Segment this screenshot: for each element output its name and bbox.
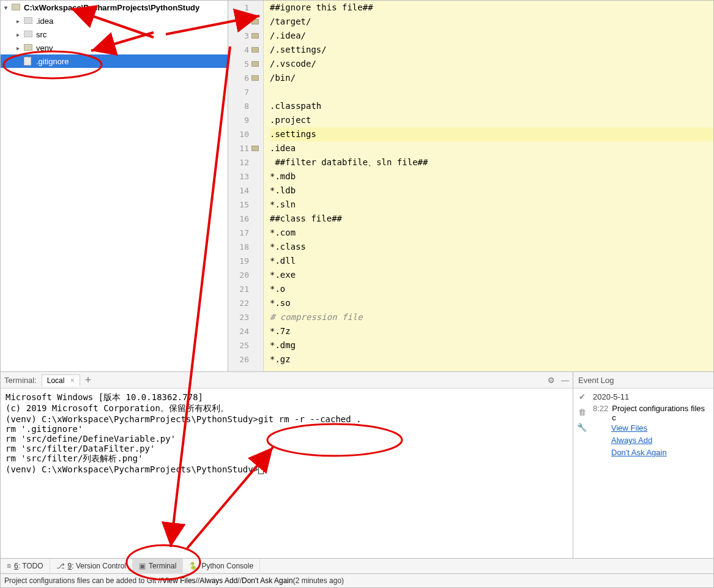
code-line[interactable]: *.7z [270,324,713,338]
code-line[interactable]: *.exe [270,268,713,282]
chevron-right-icon[interactable]: ▸ [17,18,24,24]
folder-icon [24,17,32,24]
terminal-panel: Terminal: Local × + ⚙ — Microsoft Window… [1,372,573,558]
terminal-line: (venv) C:\xWorkspace\PycharmProjects\Pyt… [6,414,568,424]
tree-item-gitignore[interactable]: .gitignore [1,54,228,68]
check-icon[interactable]: ✔ [579,392,586,401]
toolwindow-tab-6todo[interactable]: ≡6: TODO [1,559,50,574]
chevron-down-icon[interactable]: ▾ [4,4,12,11]
event-log-link[interactable]: Don't Ask Again [611,447,711,459]
code-line[interactable]: # compression file [270,310,713,324]
code-line[interactable]: /target/ [270,15,713,29]
folder-icon [251,75,259,81]
add-terminal-button[interactable]: + [85,374,92,385]
file-icon [24,57,31,65]
code-line[interactable]: *.o [270,282,713,296]
code-line[interactable]: *.so [270,296,713,310]
terminal-line: rm 'src/filter/列表解析.png' [6,453,568,464]
tree-item-venv[interactable]: ▸venv [1,41,228,54]
code-line[interactable]: /.idea/ [270,29,713,43]
minimize-icon[interactable]: — [561,376,569,385]
code-line[interactable]: *.class [270,240,713,254]
terminal-line: rm '.gitignore' [6,424,568,434]
code-line[interactable]: .project [270,113,713,127]
status-link-dont-ask[interactable]: Don't Ask Again [242,576,293,585]
event-log-date: 2020-5-11 [593,392,711,401]
editor-code-area[interactable]: ##ignore this file##/target//.idea//.set… [264,1,713,371]
close-icon[interactable]: × [70,376,75,385]
event-log-toolbar: ✔ 🗑 🔧 [573,389,590,558]
folder-icon [251,146,259,151]
toolwindow-tab-terminal[interactable]: ▣Terminal [133,559,183,574]
trash-icon[interactable]: 🗑 [578,408,586,417]
code-line[interactable]: ##class file## [270,212,713,226]
code-editor[interactable]: 1234567891011121314151617181920212223242… [228,1,713,371]
code-line[interactable] [270,85,713,99]
code-line[interactable]: /bin/ [270,71,713,85]
terminal-line: rm 'src/define/DefineVariable.py' [6,434,568,444]
folder-icon [251,61,259,67]
terminal-tab-local[interactable]: Local × [42,374,80,386]
code-line[interactable]: *.mdb [270,169,713,184]
code-line[interactable]: ##filter databfile、sln file## [270,155,713,169]
code-line[interactable]: .settings [270,127,713,141]
event-log-panel: Event Log ✔ 🗑 🔧 2020-5-11 8:22 Project c… [573,372,713,558]
gear-icon[interactable]: ⚙ [548,376,555,385]
code-line[interactable]: *.ldb [270,184,713,198]
editor-gutter[interactable]: 1234567891011121314151617181920212223242… [228,1,264,371]
folder-icon [12,4,20,10]
event-log-link[interactable]: View Files [611,422,711,434]
status-link-view-files[interactable]: View Files [162,576,195,585]
bottom-tool-strip: ≡6: TODO⎇9: Version Control▣Terminal🐍Pyt… [1,559,713,574]
folder-icon [251,33,259,39]
code-line[interactable]: *.sln [270,198,713,212]
code-line[interactable]: *.gz [270,352,713,367]
code-line[interactable]: *.dll [270,254,713,268]
terminal-line: rm 'src/filter/DataFilter.py' [6,444,568,453]
project-sidebar[interactable]: ▾ C:\xWorkspace\PycharmProjects\PythonSt… [1,1,228,371]
code-line[interactable]: .classpath [270,99,713,113]
folder-icon [24,31,32,37]
code-line[interactable]: /.settings/ [270,43,713,57]
status-bar: Project configurations files can be adde… [1,574,713,587]
tree-item-idea[interactable]: ▸.idea [1,14,228,28]
code-line[interactable]: .idea [270,141,713,155]
project-root-label: C:\xWorkspace\PycharmProjects\PythonStud… [24,3,199,12]
project-root-row[interactable]: ▾ C:\xWorkspace\PycharmProjects\PythonSt… [1,1,228,14]
code-line[interactable]: *.com [270,226,713,240]
event-log-title: Event Log [573,372,713,389]
code-line[interactable]: /.vscode/ [270,57,713,71]
event-log-time: 8:22 [593,404,608,422]
folder-icon [251,19,259,24]
terminal-line: Microsoft Windows [版本 10.0.18362.778] [6,392,568,403]
terminal-title: Terminal: [4,376,37,385]
terminal-cursor [258,464,264,474]
folder-icon [24,44,32,51]
terminal-header: Terminal: Local × + ⚙ — [1,372,573,389]
folder-icon [251,47,259,53]
chevron-right-icon[interactable]: ▸ [17,45,24,51]
event-log-link[interactable]: Always Add [611,434,711,447]
chevron-right-icon[interactable]: ▸ [17,31,24,38]
terminal-line: (venv) C:\xWorkspace\PycharmProjects\Pyt… [6,464,568,474]
tree-item-src[interactable]: ▸src [1,28,228,41]
toolwindow-tab-pythonconsole[interactable]: 🐍Python Console [183,559,260,574]
event-log-message: Project configurations files c [612,404,711,422]
terminal-output[interactable]: Microsoft Windows [版本 10.0.18362.778](c)… [1,389,573,558]
code-line[interactable]: ##ignore this file## [270,1,713,15]
toolwindow-tab-9versioncontrol[interactable]: ⎇9: Version Control [50,559,133,574]
wrench-icon[interactable]: 🔧 [577,423,587,432]
terminal-line: (c) 2019 Microsoft Corporation。保留所有权利。 [6,403,568,414]
code-line[interactable]: *.dmg [270,338,713,352]
status-link-always-add[interactable]: Always Add [199,576,237,585]
